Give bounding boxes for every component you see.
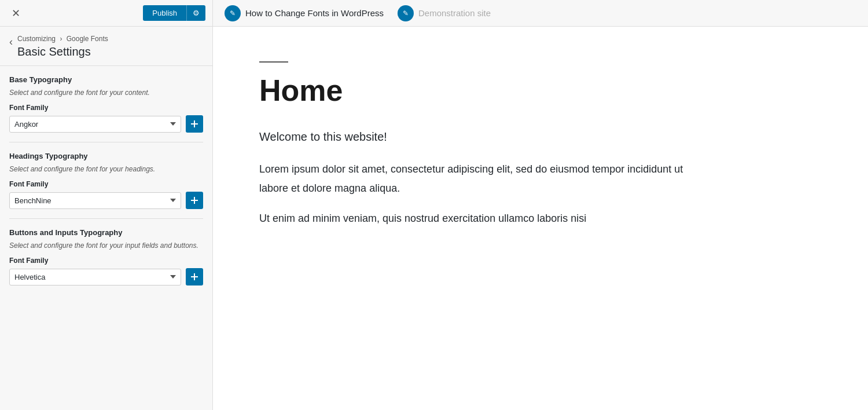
headings-typography-field-label: Font Family [9,180,203,188]
headings-typography-title: Headings Typography [9,152,203,160]
settings-gear-button[interactable]: ⚙ [186,5,205,21]
preview-content: Home Welcome to this website! Lorem ipsu… [213,27,734,274]
headings-typography-field-row: BenchNine [9,192,203,209]
main-preview: ✎ How to Change Fonts in WordPress ✎ Dem… [213,0,868,410]
base-typography-desc: Select and configure the font for your c… [9,87,203,98]
preview-body-1: Lorem ipsum dolor sit amet, consectetur … [259,160,687,197]
breadcrumb-text: Customizing › Google Fonts Basic Setting… [17,35,108,58]
headings-typography-expand-button[interactable] [186,192,203,209]
close-button[interactable]: ✕ [7,5,25,22]
preview-top-divider [259,61,288,63]
base-typography-field-row: Angkor [9,115,203,133]
breadcrumb-separator: › [60,35,62,43]
expand-icon-2 [190,196,198,204]
base-typography-expand-button[interactable] [186,115,203,133]
headings-typography-font-select[interactable]: BenchNine [9,192,181,209]
settings-content: Base Typography Select and configure the… [0,66,212,410]
sidebar: ✕ Publish ⚙ ‹ Customizing › Google Fonts… [0,0,213,410]
svg-rect-3 [194,197,195,204]
nav-link-demo[interactable]: ✎ Demonstration site [398,5,491,21]
breadcrumb-nav: Customizing › Google Fonts [17,35,108,43]
buttons-inputs-typography-desc: Select and configure the font for your i… [9,240,203,251]
preview-body-2: Ut enim ad minim veniam, quis nostrud ex… [259,209,687,228]
back-button[interactable]: ‹ [9,36,13,48]
divider-2 [9,218,203,219]
base-typography-font-select[interactable]: Angkor [9,116,181,133]
publish-button[interactable]: Publish [143,5,186,21]
nav-link-demo-text: Demonstration site [418,8,491,18]
divider-1 [9,142,203,142]
breadcrumb-section: ‹ Customizing › Google Fonts Basic Setti… [0,27,212,66]
breadcrumb-parent: Google Fonts [67,35,108,43]
breadcrumb-customizing: Customizing [17,35,56,43]
page-title: Basic Settings [17,45,108,58]
headings-typography-desc: Select and configure the font for your h… [9,164,203,174]
expand-icon [190,120,198,128]
preview-heading: Home [259,74,687,107]
base-typography-title: Base Typography [9,75,203,84]
buttons-inputs-typography-expand-button[interactable] [186,268,203,285]
preview-subtitle: Welcome to this website! [259,130,687,144]
edit-icon-1: ✎ [225,5,241,21]
edit-icon-2: ✎ [398,5,414,21]
nav-link-wordpress-text: How to Change Fonts in WordPress [245,8,384,18]
buttons-inputs-typography-field-row: Helvetica [9,268,203,285]
top-bar: ✕ Publish ⚙ [0,0,212,27]
nav-link-wordpress[interactable]: ✎ How to Change Fonts in WordPress [225,5,384,21]
buttons-inputs-typography-title: Buttons and Inputs Typography [9,228,203,237]
buttons-inputs-typography-field-label: Font Family [9,257,203,265]
buttons-inputs-typography-font-select[interactable]: Helvetica [9,269,181,285]
expand-icon-3 [190,273,198,281]
svg-rect-5 [194,273,195,280]
publish-controls: Publish ⚙ [143,5,205,21]
preview-nav: ✎ How to Change Fonts in WordPress ✎ Dem… [213,0,868,27]
svg-rect-1 [194,120,195,127]
base-typography-field-label: Font Family [9,104,203,112]
